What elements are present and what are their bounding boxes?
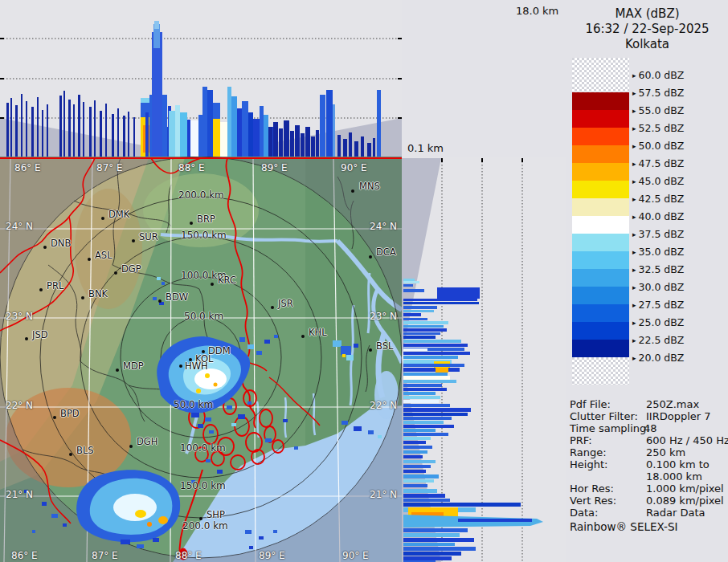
lat-label-left: 23° N <box>6 312 33 322</box>
max-height-label: 18.0 km <box>516 5 558 17</box>
product-datetime: 16:32 / 22-Sep-2025 <box>566 22 728 36</box>
colorbar-band <box>572 181 629 198</box>
lon-label-top: 87° E <box>96 163 123 173</box>
lon-label-top: 88° E <box>178 163 205 173</box>
tick-arrow-icon: ▸ <box>632 177 636 185</box>
city-label: KRC <box>218 275 236 286</box>
scale-tick: ▸27.5 dBZ <box>632 299 684 310</box>
city-label: BLS <box>76 446 94 456</box>
colorbar-band <box>572 304 629 322</box>
right-height-profile-panel <box>402 157 566 562</box>
tick-arrow-icon: ▸ <box>632 107 636 115</box>
lat-label-left: 22° N <box>6 401 33 411</box>
colorbar-above-max <box>572 58 629 92</box>
city-label: DMK <box>108 210 129 220</box>
city-label: SHP <box>207 510 225 520</box>
tick-arrow-icon: ▸ <box>632 160 636 168</box>
lon-label-top: 86° E <box>14 163 41 173</box>
scale-tick: ▸45.0 dBZ <box>632 175 684 186</box>
colorbar-band <box>572 145 629 163</box>
scale-tick: ▸42.5 dBZ <box>632 193 684 204</box>
city-label: DNB <box>51 238 71 249</box>
range-ring-label: 150.0 km <box>180 481 226 491</box>
info-row: Clutter Filter:IIRDoppler 7 <box>566 410 728 422</box>
colorbar-band <box>572 269 629 287</box>
tick-arrow-icon: ▸ <box>632 354 636 362</box>
scale-tick: ▸57.5 dBZ <box>632 87 684 98</box>
colorbar-below-min <box>572 357 629 385</box>
colorbar-band <box>572 216 629 234</box>
scale-tick: ▸52.5 dBZ <box>632 122 684 133</box>
colorbar-band <box>572 251 629 269</box>
top-height-profile-panel <box>0 0 402 157</box>
colorbar-band <box>572 287 629 304</box>
scale-tick: ▸37.5 dBZ <box>632 228 684 239</box>
city-label: JSD <box>32 330 48 340</box>
tick-arrow-icon: ▸ <box>632 266 636 274</box>
info-row: Data:Radar Data <box>566 507 728 519</box>
lon-label-top: 89° E <box>261 163 288 173</box>
lon-label-bottom: 89° E <box>259 551 285 561</box>
range-ring-label: 200.0 km <box>182 521 228 531</box>
info-row: Time sampling:48 <box>566 422 728 434</box>
range-ring-label: 50.0 km <box>184 312 223 322</box>
city-label: DCA <box>376 247 396 258</box>
lat-label-left: 21° N <box>6 490 33 500</box>
info-row: Height:0.100 km to <box>566 458 728 470</box>
software-brand: Rainbow® SELEX-SI <box>570 520 677 533</box>
axis-corner-panel: 18.0 km 0.1 km <box>402 0 566 157</box>
lon-label-bottom: 88° E <box>175 551 202 561</box>
range-ring-label: 100.0 km <box>180 443 226 454</box>
city-label: PRL <box>47 281 63 291</box>
info-row: 18.000 km <box>566 470 728 483</box>
range-ring-label: 50.0 km <box>174 400 213 410</box>
lat-label-right: 21° N <box>370 490 397 500</box>
tick-arrow-icon: ▸ <box>632 142 636 150</box>
tick-arrow-icon: ▸ <box>632 124 636 132</box>
city-label: MDP <box>123 361 144 372</box>
tick-arrow-icon: ▸ <box>632 336 636 344</box>
scale-tick: ▸50.0 dBZ <box>632 140 684 151</box>
tick-arrow-icon: ▸ <box>632 283 636 291</box>
product-title: MAX (dBZ) <box>566 6 728 21</box>
right-profile-canvas <box>402 157 566 562</box>
lat-label-left: 24° N <box>6 222 33 232</box>
info-row: PRF:600 Hz / 450 Hz <box>566 434 728 446</box>
lon-label-bottom: 90° E <box>342 551 369 561</box>
station-name: Kolkata <box>566 37 728 51</box>
lat-label-right: 23° N <box>370 312 397 322</box>
city-label: MNS <box>359 181 380 192</box>
tick-arrow-icon: ▸ <box>632 230 636 238</box>
scale-tick: ▸35.0 dBZ <box>632 246 684 257</box>
lat-label-right: 22° N <box>370 401 397 411</box>
tick-arrow-icon: ▸ <box>632 248 636 256</box>
city-label: KHL <box>309 328 327 338</box>
info-row: Vert Res:0.089 km/pixel <box>566 495 728 507</box>
colorbar-band <box>572 198 629 216</box>
range-ring-label: 150.0 km <box>181 230 227 241</box>
colorbar-band <box>572 163 629 181</box>
colorbar-band <box>572 340 629 357</box>
lon-label-bottom: 86° E <box>11 551 38 561</box>
lat-label-right: 24° N <box>370 222 397 232</box>
colorbar-band <box>572 128 629 145</box>
scale-tick: ▸20.0 dBZ <box>632 352 684 363</box>
min-height-label: 0.1 km <box>407 142 444 154</box>
colorbar-band <box>572 322 629 340</box>
info-row: Range:250 km <box>566 446 728 458</box>
scale-tick: ▸30.0 dBZ <box>632 281 684 292</box>
tick-arrow-icon: ▸ <box>632 195 636 203</box>
radar-display-window: 18.0 km 0.1 km <box>0 0 728 562</box>
tick-arrow-icon: ▸ <box>632 89 636 97</box>
city-label: BRP <box>197 214 215 225</box>
scale-tick: ▸40.0 dBZ <box>632 210 684 222</box>
lon-label-bottom: 87° E <box>92 551 118 561</box>
scale-tick: ▸55.0 dBZ <box>632 104 684 116</box>
colorbar-band <box>572 234 629 251</box>
city-label: JSR <box>278 299 293 309</box>
scale-tick: ▸60.0 dBZ <box>632 69 684 80</box>
city-label: BPD <box>60 409 80 419</box>
city-label: HWH <box>185 361 208 372</box>
city-label: DGP <box>121 264 141 275</box>
colorbar-band <box>572 92 629 110</box>
